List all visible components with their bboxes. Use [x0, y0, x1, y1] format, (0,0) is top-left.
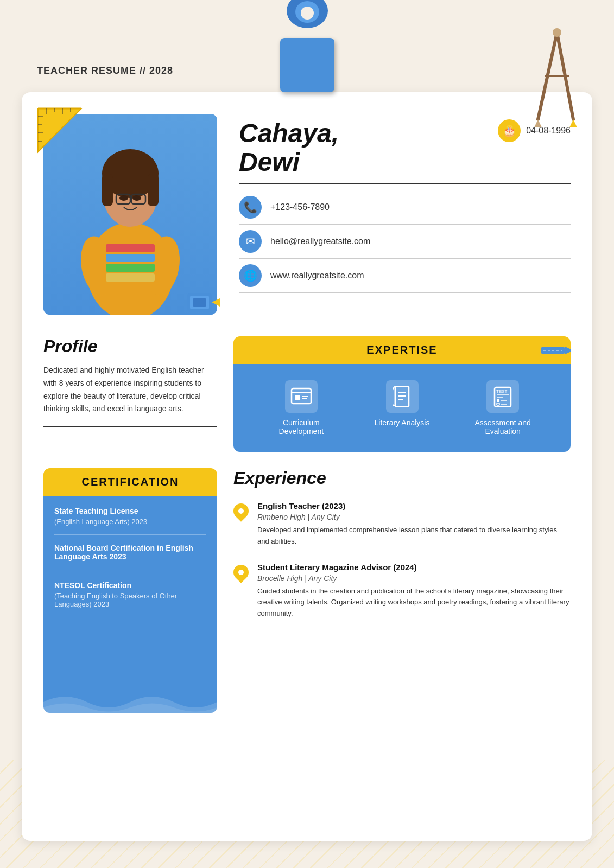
info-section: Cahaya, Dewi 🎂 04-08-1996 📞 +123-456-789… — [239, 114, 571, 315]
svg-rect-56 — [497, 399, 499, 402]
expertise-item-assessment: TEST Assessment and Evaluation — [462, 380, 543, 436]
clipboard-decoration — [275, 0, 340, 98]
cert-item-2: National Board Certification in English … — [54, 544, 206, 572]
expertise-heading: EXPERTISE — [366, 344, 437, 356]
svg-marker-7 — [569, 119, 577, 127]
svg-point-6 — [553, 28, 561, 37]
exp-school-2: Brocelle High | Any City — [257, 574, 571, 583]
web-icon: 🌐 — [239, 264, 262, 287]
certification-box: CERTIFICATION State Teaching License (En… — [43, 468, 217, 713]
assessment-label: Assessment and Evaluation — [462, 418, 543, 436]
svg-point-33 — [132, 195, 141, 201]
svg-text:TEST: TEST — [496, 389, 508, 394]
cert-title-1: State Teaching License — [54, 507, 206, 515]
exp-pin-2 — [230, 561, 252, 583]
experience-heading: Experience — [233, 468, 326, 488]
exp-school-1: Rimberio High | Any City — [257, 513, 571, 521]
assessment-icon: TEST — [486, 380, 519, 413]
svg-marker-42 — [565, 347, 571, 354]
expertise-box: EXPERTISE — [233, 336, 571, 452]
name-line1: Cahaya, — [239, 119, 339, 148]
svg-rect-44 — [292, 388, 311, 404]
cert-item-3: NTESOL Certification (Teaching English t… — [54, 581, 206, 617]
ruler-triangle-icon — [35, 106, 84, 155]
cert-title-2: National Board Certification in English … — [54, 544, 206, 561]
profile-column: Profile Dedicated and highly motivated E… — [43, 336, 217, 452]
top-section: Cahaya, Dewi 🎂 04-08-1996 📞 +123-456-789… — [43, 114, 571, 315]
svg-rect-46 — [295, 395, 300, 400]
exp-pin-dot-1 — [238, 508, 244, 514]
main-card: Cahaya, Dewi 🎂 04-08-1996 📞 +123-456-789… — [22, 92, 592, 841]
email-text: hello@reallygreatsite.com — [270, 237, 370, 246]
expertise-column: EXPERTISE — [233, 336, 571, 452]
svg-rect-39 — [193, 298, 206, 307]
literary-label: Literary Analysis — [375, 418, 430, 427]
email-icon: ✉ — [239, 230, 262, 253]
cert-item-1: State Teaching License (English Language… — [54, 507, 206, 535]
experience-section: Experience English Teacher (2023) Rimber… — [233, 468, 571, 713]
profile-heading: Profile — [43, 336, 217, 356]
cert-subtitle-3: (Teaching English to Speakers of Other L… — [54, 592, 206, 608]
profile-divider — [43, 426, 217, 427]
svg-marker-9 — [38, 108, 81, 152]
sharpener-icon — [185, 282, 223, 320]
name-birthday-block: Cahaya, Dewi 🎂 04-08-1996 — [239, 119, 571, 177]
exp-pin-dot-2 — [238, 570, 244, 575]
literary-icon — [386, 380, 419, 413]
svg-point-32 — [119, 195, 128, 201]
svg-marker-8 — [534, 119, 542, 127]
birthday-icon: 🎂 — [498, 119, 521, 142]
svg-rect-25 — [106, 264, 155, 272]
experience-item-2: Student Literary Magazine Advisor (2024)… — [233, 563, 571, 620]
name-divider — [239, 183, 571, 184]
experience-header-row: Experience — [233, 468, 571, 488]
svg-rect-30 — [102, 174, 113, 206]
name-text: Cahaya, Dewi — [239, 119, 339, 177]
exp-content-2: Student Literary Magazine Advisor (2024)… — [257, 563, 571, 620]
expertise-header: EXPERTISE — [233, 336, 571, 364]
svg-rect-24 — [106, 254, 155, 262]
middle-section: Profile Dedicated and highly motivated E… — [43, 336, 571, 452]
certification-header: CERTIFICATION — [43, 468, 217, 496]
exp-desc-1: Developed and implemented comprehensive … — [257, 525, 571, 547]
svg-rect-26 — [106, 273, 155, 282]
expertise-item-literary: Literary Analysis — [375, 380, 430, 436]
phone-text: +123-456-7890 — [270, 202, 330, 212]
email-row: ✉ hello@reallygreatsite.com — [239, 225, 571, 259]
pencil-deco-icon — [541, 342, 571, 359]
expertise-items: Curriculum Development — [233, 364, 571, 452]
exp-desc-2: Guided students in the creation and publ… — [257, 586, 571, 620]
phone-row: 📞 +123-456-7890 — [239, 190, 571, 225]
bottom-section: CERTIFICATION State Teaching License (En… — [43, 468, 571, 713]
expertise-item-curriculum: Curriculum Development — [261, 380, 342, 436]
curriculum-icon — [285, 380, 318, 413]
exp-pin-1 — [230, 500, 252, 522]
cert-wave-deco — [43, 669, 217, 713]
photo-box — [43, 114, 217, 315]
compass-decoration — [527, 22, 581, 119]
exp-content-1: English Teacher (2023) Rimberio High | A… — [257, 501, 571, 547]
svg-rect-58 — [497, 403, 499, 405]
exp-title-2: Student Literary Magazine Advisor (2024) — [257, 563, 571, 572]
profile-section: Profile Dedicated and highly motivated E… — [43, 336, 217, 427]
resume-title-label: TEACHER RESUME // 2028 — [37, 65, 173, 76]
experience-item-1: English Teacher (2023) Rimberio High | A… — [233, 501, 571, 547]
svg-rect-23 — [106, 244, 155, 252]
experience-divider — [337, 478, 571, 478]
website-row: 🌐 www.reallygreatsite.com — [239, 259, 571, 293]
exp-title-1: English Teacher (2023) — [257, 501, 571, 510]
cert-title-3: NTESOL Certification — [54, 581, 206, 590]
curriculum-label: Curriculum Development — [261, 418, 342, 436]
profile-text: Dedicated and highly motivated English t… — [43, 364, 217, 416]
name-line2: Dewi — [239, 148, 339, 177]
svg-point-2 — [301, 7, 314, 20]
svg-rect-31 — [148, 174, 159, 206]
svg-marker-40 — [212, 298, 220, 307]
cert-subtitle-1: (English Language Arts) 2023 — [54, 518, 206, 526]
certification-body: State Teaching License (English Language… — [43, 496, 217, 713]
website-text: www.reallygreatsite.com — [270, 271, 364, 280]
phone-icon: 📞 — [239, 196, 262, 219]
